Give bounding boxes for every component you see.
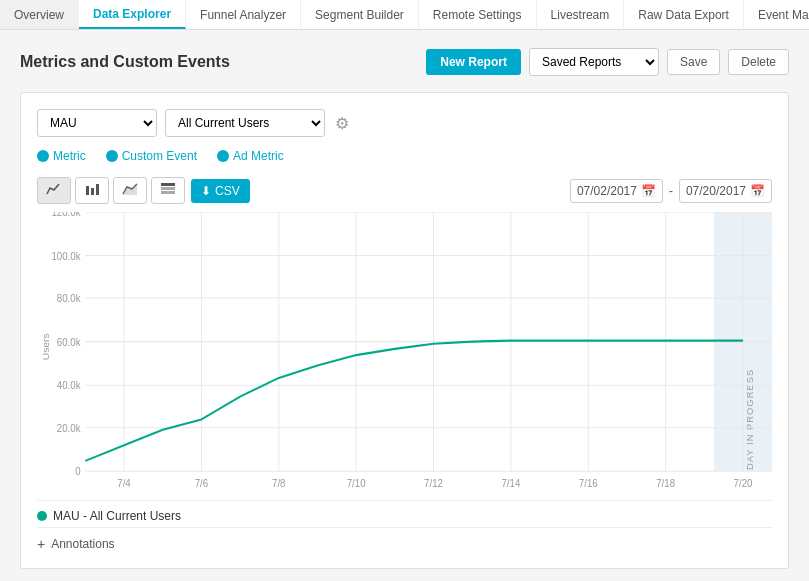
svg-text:7/10: 7/10 <box>347 478 366 489</box>
date-end-input[interactable]: 07/20/2017 📅 <box>679 179 772 203</box>
metric-dropdown[interactable]: MAU <box>37 109 157 137</box>
calendar-start-icon: 📅 <box>641 184 656 198</box>
date-start-input[interactable]: 07/02/2017 📅 <box>570 179 663 203</box>
svg-text:0: 0 <box>75 466 81 477</box>
svg-text:7/16: 7/16 <box>579 478 598 489</box>
date-start-value: 07/02/2017 <box>577 184 637 198</box>
nav-bar: Overview Data Explorer Funnel Analyzer S… <box>0 0 809 30</box>
csv-download-button[interactable]: ⬇ CSV <box>191 179 250 203</box>
svg-text:7/14: 7/14 <box>501 478 520 489</box>
main-card: MAU All Current Users ⚙ Metric Custom Ev… <box>20 92 789 569</box>
chart-toolbar: ⬇ CSV 07/02/2017 📅 - 07/20/2017 📅 <box>37 177 772 204</box>
radio-ad-metric-dot <box>217 150 229 162</box>
nav-item-event-manager[interactable]: Event Manager <box>744 0 809 29</box>
radio-custom-event-label: Custom Event <box>122 149 197 163</box>
settings-icon-button[interactable]: ⚙ <box>333 112 351 135</box>
svg-text:20.0k: 20.0k <box>57 423 82 434</box>
svg-rect-0 <box>86 186 89 195</box>
calendar-end-icon: 📅 <box>750 184 765 198</box>
annotations-label: Annotations <box>51 537 114 551</box>
saved-reports-select[interactable]: Saved Reports <box>529 48 659 76</box>
chart-type-bar[interactable] <box>75 177 109 204</box>
new-report-button[interactable]: New Report <box>426 49 521 75</box>
date-separator: - <box>669 184 673 198</box>
controls-row: MAU All Current Users ⚙ <box>37 109 772 137</box>
svg-text:7/8: 7/8 <box>272 478 286 489</box>
nav-item-segment-builder[interactable]: Segment Builder <box>301 0 419 29</box>
plus-icon: + <box>37 536 45 552</box>
svg-text:7/18: 7/18 <box>656 478 675 489</box>
header-actions: New Report Saved Reports Save Delete <box>426 48 789 76</box>
users-dropdown[interactable]: All Current Users <box>165 109 325 137</box>
svg-text:60.0k: 60.0k <box>57 336 82 347</box>
svg-rect-1 <box>91 188 94 195</box>
svg-rect-4 <box>161 183 175 186</box>
radio-metric-dot <box>37 150 49 162</box>
date-range: 07/02/2017 📅 - 07/20/2017 📅 <box>570 179 772 203</box>
nav-item-livestream[interactable]: Livestream <box>537 0 625 29</box>
nav-item-data-explorer[interactable]: Data Explorer <box>79 0 186 29</box>
radio-metric[interactable]: Metric <box>37 149 86 163</box>
nav-item-remote-settings[interactable]: Remote Settings <box>419 0 537 29</box>
download-icon: ⬇ <box>201 184 211 198</box>
svg-text:100.0k: 100.0k <box>52 250 82 261</box>
svg-text:120.0k: 120.0k <box>52 212 82 218</box>
date-end-value: 07/20/2017 <box>686 184 746 198</box>
svg-text:DAY IN PROGRESS: DAY IN PROGRESS <box>745 369 755 470</box>
svg-text:7/20: 7/20 <box>734 478 753 489</box>
legend-label: MAU - All Current Users <box>53 509 181 523</box>
chart-area: .axis-label { font-family: Arial, sans-s… <box>37 212 772 492</box>
nav-item-raw-data-export[interactable]: Raw Data Export <box>624 0 744 29</box>
annotations-row[interactable]: + Annotations <box>37 527 772 552</box>
chart-type-table[interactable] <box>151 177 185 204</box>
svg-rect-2 <box>96 184 99 195</box>
svg-text:80.0k: 80.0k <box>57 293 82 304</box>
radio-row: Metric Custom Event Ad Metric <box>37 149 772 163</box>
svg-text:7/4: 7/4 <box>117 478 131 489</box>
chart-type-area[interactable] <box>113 177 147 204</box>
legend-dot <box>37 511 47 521</box>
csv-label: CSV <box>215 184 240 198</box>
radio-custom-event[interactable]: Custom Event <box>106 149 197 163</box>
radio-ad-metric-label: Ad Metric <box>233 149 284 163</box>
svg-rect-6 <box>161 191 175 194</box>
radio-custom-event-dot <box>106 150 118 162</box>
chart-type-line[interactable] <box>37 177 71 204</box>
main-content: Metrics and Custom Events New Report Sav… <box>0 30 809 581</box>
nav-item-funnel-analyzer[interactable]: Funnel Analyzer <box>186 0 301 29</box>
save-button[interactable]: Save <box>667 49 720 75</box>
chart-type-buttons <box>37 177 185 204</box>
svg-text:Users: Users <box>40 333 51 360</box>
legend-row: MAU - All Current Users <box>37 500 772 527</box>
svg-text:40.0k: 40.0k <box>57 380 82 391</box>
chart-svg: .axis-label { font-family: Arial, sans-s… <box>37 212 772 492</box>
svg-text:7/6: 7/6 <box>195 478 209 489</box>
header-row: Metrics and Custom Events New Report Sav… <box>20 48 789 76</box>
svg-rect-5 <box>161 187 175 190</box>
radio-ad-metric[interactable]: Ad Metric <box>217 149 284 163</box>
svg-text:7/12: 7/12 <box>424 478 443 489</box>
delete-button[interactable]: Delete <box>728 49 789 75</box>
nav-item-overview[interactable]: Overview <box>0 0 79 29</box>
radio-metric-label: Metric <box>53 149 86 163</box>
page-title: Metrics and Custom Events <box>20 53 230 71</box>
